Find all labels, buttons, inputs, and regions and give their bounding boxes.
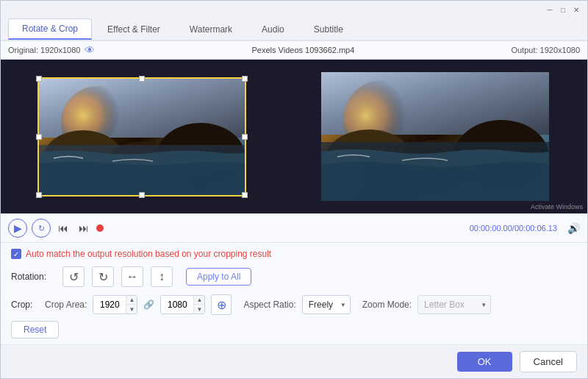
prev-frame-button[interactable]: ⏮ xyxy=(55,220,71,236)
time-display: 00:00:00.00/00:00:06.13 xyxy=(470,224,557,233)
preview-left xyxy=(1,60,282,213)
aspect-ratio-select[interactable]: Freely 16:9 4:3 1:1 9:16 xyxy=(302,295,351,314)
crop-area-label: Crop Area: xyxy=(45,300,87,310)
rotation-label: Rotation: xyxy=(11,272,55,282)
crop-handle-bc[interactable] xyxy=(139,192,145,198)
preview-right: Activate Windows xyxy=(282,60,587,213)
crop-width-down[interactable]: ▼ xyxy=(126,305,137,314)
crop-handle-br[interactable] xyxy=(242,192,248,198)
cancel-button[interactable]: Cancel xyxy=(520,351,577,372)
flip-vertical-button[interactable]: ↕ xyxy=(151,266,173,287)
aspect-ratio-select-wrapper: Freely 16:9 4:3 1:1 9:16 xyxy=(302,295,351,314)
tab-audio[interactable]: Audio xyxy=(248,19,298,40)
maximize-button[interactable]: □ xyxy=(558,4,568,15)
close-button[interactable]: ✕ xyxy=(571,4,581,15)
auto-match-checkbox[interactable]: ✓ xyxy=(11,249,21,259)
play-button[interactable]: ▶ xyxy=(8,219,27,238)
crop-height-up[interactable]: ▲ xyxy=(194,295,204,305)
crop-height-input[interactable] xyxy=(161,296,193,314)
tab-rotate-crop[interactable]: Rotate & Crop xyxy=(8,18,92,40)
crosshair-button[interactable]: ⊕ xyxy=(211,294,232,315)
tab-subtitle[interactable]: Subtitle xyxy=(300,19,357,40)
crop-handle-ml[interactable] xyxy=(36,134,42,140)
time-total: 00:00:06.13 xyxy=(514,224,557,233)
output-info: Output: 1920x1080 xyxy=(511,46,580,54)
crop-handle-tr[interactable] xyxy=(242,76,248,82)
tab-watermark[interactable]: Watermark xyxy=(176,19,246,40)
title-bar: ─ □ ✕ xyxy=(1,1,587,18)
watermark-text: Activate Windows xyxy=(531,203,583,210)
rotate-left-button[interactable]: ↺ xyxy=(62,266,85,287)
aspect-ratio-label: Aspect Ratio: xyxy=(243,300,295,310)
link-icon: 🔗 xyxy=(143,300,154,310)
ok-button[interactable]: OK xyxy=(457,352,512,372)
crop-height-down[interactable]: ▼ xyxy=(194,305,204,314)
crop-label: Crop: xyxy=(11,300,39,310)
auto-match-row: ✓ Auto match the output resolution based… xyxy=(11,249,577,259)
tabs-bar: Rotate & Crop Effect & Filter Watermark … xyxy=(1,18,587,41)
preview-area: Activate Windows xyxy=(1,60,587,213)
crop-height-input-group: ▲ ▼ xyxy=(160,295,205,314)
footer-bar: OK Cancel xyxy=(1,344,587,378)
main-window: ─ □ ✕ Rotate & Crop Effect & Filter Wate… xyxy=(0,0,588,379)
info-bar: Original: 1920x1080 👁 Pexels Videos 1093… xyxy=(1,41,587,60)
zoom-mode-label: Zoom Mode: xyxy=(362,300,412,310)
zoom-mode-select[interactable]: Letter Box Pan & Scan Full xyxy=(417,295,491,314)
filename-label: Pexels Videos 1093662.mp4 xyxy=(95,46,511,54)
next-frame-button[interactable]: ⏭ xyxy=(76,220,92,236)
auto-match-checkbox-container[interactable]: ✓ Auto match the output resolution based… xyxy=(11,249,271,259)
crop-handle-tl[interactable] xyxy=(36,76,42,82)
crop-handle-mr[interactable] xyxy=(242,134,248,140)
right-video-preview xyxy=(321,72,549,201)
crop-handle-tc[interactable] xyxy=(139,76,145,82)
crop-width-spinners: ▲ ▼ xyxy=(126,295,137,314)
tab-effect-filter[interactable]: Effect & Filter xyxy=(93,19,174,40)
flip-horizontal-button[interactable]: ↔ xyxy=(121,266,143,287)
reset-button[interactable]: Reset xyxy=(11,321,59,339)
volume-icon[interactable]: 🔊 xyxy=(567,222,580,234)
crop-width-input-group: ▲ ▼ xyxy=(93,295,137,314)
crop-height-spinners: ▲ ▼ xyxy=(193,295,204,314)
original-resolution: Original: 1920x1080 xyxy=(8,46,80,54)
original-info: Original: 1920x1080 👁 xyxy=(8,44,95,56)
minimize-button[interactable]: ─ xyxy=(545,4,555,15)
crop-width-input[interactable] xyxy=(93,296,126,314)
auto-match-label: Auto match the output resolution based o… xyxy=(26,249,271,259)
crop-handle-bl[interactable] xyxy=(36,192,42,198)
rotation-row: Rotation: ↺ ↻ ↔ ↕ Apply to All xyxy=(11,266,577,287)
crop-row: Crop: Crop Area: ▲ ▼ 🔗 ▲ ▼ ⊕ Aspect Rati… xyxy=(11,294,577,315)
rotate-right-button[interactable]: ↻ xyxy=(92,266,114,287)
record-button[interactable] xyxy=(96,224,104,232)
controls-bar: ▶ ↻ ⏮ ⏭ 00:00:00.00/00:00:06.13 🔊 xyxy=(1,213,587,243)
options-area: ✓ Auto match the output resolution based… xyxy=(1,243,587,344)
crop-frame[interactable] xyxy=(37,77,246,196)
crop-width-up[interactable]: ▲ xyxy=(126,295,137,305)
eye-icon[interactable]: 👁 xyxy=(85,44,95,56)
apply-all-button[interactable]: Apply to All xyxy=(186,268,251,286)
left-video-preview xyxy=(39,79,245,195)
time-current: 00:00:00.00 xyxy=(470,224,512,233)
zoom-mode-select-wrapper: Letter Box Pan & Scan Full xyxy=(417,295,491,314)
loop-button[interactable]: ↻ xyxy=(32,219,51,238)
